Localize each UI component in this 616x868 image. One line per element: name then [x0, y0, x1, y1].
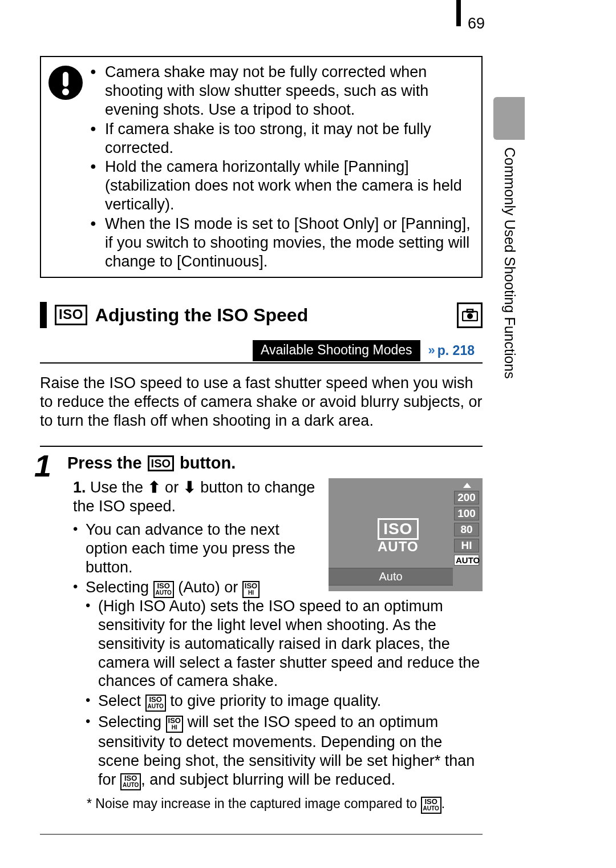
iso-button-icon: ISO	[148, 455, 174, 471]
iso-auto-icon: ISOAUTO	[120, 773, 141, 790]
caution-item: If camera shake is too strong, it may no…	[90, 120, 471, 158]
available-modes-bar: Available Shooting Modes » p. 218	[40, 338, 483, 364]
substep-bullet: Select ISOAUTO to give priority to image…	[86, 692, 483, 712]
svg-point-2	[62, 88, 69, 95]
step-number: 1	[34, 448, 51, 483]
step-footnote: * Noise may increase in the captured ima…	[67, 796, 483, 814]
screen-option: 100	[454, 507, 479, 520]
iso-hi-icon: ISOHI	[166, 716, 183, 733]
text: Selecting	[86, 579, 153, 596]
substep-bullets-cont: (High ISO Auto) sets the ISO speed to an…	[67, 597, 483, 791]
text: Selecting	[98, 713, 166, 730]
step-1: 1 Press the ISO button. 1. Use the ⬆ or …	[40, 446, 483, 835]
footnote-pre: * Noise may increase in the captured ima…	[87, 796, 421, 811]
svg-point-4	[467, 313, 473, 319]
chevron-right-icon: »	[428, 343, 433, 358]
substep-bullet: Selecting ISOHI will set the ISO speed t…	[86, 713, 483, 790]
caution-icon	[48, 65, 83, 100]
iso-chip-icon: ISO	[55, 305, 87, 325]
substep-bullet: You can advance to the next option each …	[73, 520, 316, 577]
camera-mode-icon	[457, 302, 483, 328]
iso-hi-icon: ISOHI	[242, 581, 260, 598]
substep-bullets-top: You can advance to the next option each …	[73, 520, 316, 598]
screen-mode-line: Auto	[329, 568, 453, 586]
caution-item: Camera shake may not be fully corrected …	[90, 63, 471, 120]
substep-number: 1.	[73, 479, 86, 496]
caution-list: Camera shake may not be fully corrected …	[90, 63, 471, 271]
chapter-side-label: Commonly Used Shooting Functions	[501, 147, 518, 379]
screen-option: 80	[454, 523, 479, 536]
svg-rect-1	[63, 72, 68, 87]
page: 69 Commonly Used Shooting Functions Came…	[0, 0, 616, 868]
down-arrow-icon: ⬇	[183, 479, 196, 496]
iso-auto-icon: ISOAUTO	[421, 797, 441, 814]
step-title-post: button.	[180, 454, 236, 473]
substep-text-pre: Use the	[90, 479, 148, 496]
caution-box: Camera shake may not be fully corrected …	[40, 56, 483, 278]
caution-item: When the IS mode is set to [Shoot Only] …	[90, 215, 471, 272]
screen-option: HI	[454, 539, 479, 552]
page-number: 69	[468, 15, 485, 33]
scroll-up-arrow-icon	[463, 483, 471, 488]
text: , and subject blurring will be reduced.	[141, 771, 395, 788]
screen-iso-text: ISO	[378, 518, 419, 540]
svg-rect-5	[467, 309, 473, 312]
text: (High ISO Auto) sets the ISO speed to an…	[98, 597, 480, 690]
chapter-side-tab	[493, 97, 525, 140]
step-text-column: 1. Use the ⬆ or ⬇ button to change the I…	[73, 478, 316, 598]
screen-option-stack: 200 100 80 HI AUTO	[454, 491, 479, 568]
available-modes-label: Available Shooting Modes	[253, 340, 420, 361]
header-index-mark	[456, 0, 461, 26]
text: Select	[98, 692, 145, 709]
screen-center-label: ISO AUTO	[378, 518, 419, 555]
iso-auto-icon: ISOAUTO	[153, 581, 174, 598]
pageref-text: p. 218	[437, 343, 475, 358]
section-heading: ISO Adjusting the ISO Speed	[40, 302, 483, 328]
substep-bullet-cont: (High ISO Auto) sets the ISO speed to an…	[86, 597, 483, 691]
step-title-pre: Press the	[67, 454, 142, 473]
screen-option-selected: AUTO	[454, 555, 479, 566]
iso-auto-icon: ISOAUTO	[145, 695, 166, 712]
text: to give priority to image quality.	[166, 692, 382, 709]
camera-screen-illustration: ISO AUTO 200 100 80 HI AUTO Auto	[329, 478, 483, 591]
screen-auto-text: AUTO	[378, 539, 419, 555]
page-header: 69	[0, 0, 616, 46]
substep-text-mid: or	[161, 479, 183, 496]
caution-item: Hold the camera horizontally while [Pann…	[90, 158, 471, 215]
step-title: Press the ISO button.	[67, 454, 483, 473]
up-arrow-icon: ⬆	[148, 479, 161, 496]
step-substep-1: 1. Use the ⬆ or ⬇ button to change the I…	[73, 478, 316, 516]
screen-option: 200	[454, 491, 479, 504]
footnote-post: .	[441, 796, 445, 811]
text: (Auto) or	[174, 579, 242, 596]
section-title-text: Adjusting the ISO Speed	[95, 305, 308, 326]
available-modes-pageref[interactable]: » p. 218	[420, 343, 483, 358]
main-content: Camera shake may not be fully corrected …	[40, 56, 483, 835]
section-intro: Raise the ISO speed to use a fast shutte…	[40, 374, 483, 430]
substep-bullet: Selecting ISOAUTO (Auto) or ISOHI	[73, 578, 316, 598]
step-body: 1. Use the ⬆ or ⬇ button to change the I…	[67, 478, 483, 598]
